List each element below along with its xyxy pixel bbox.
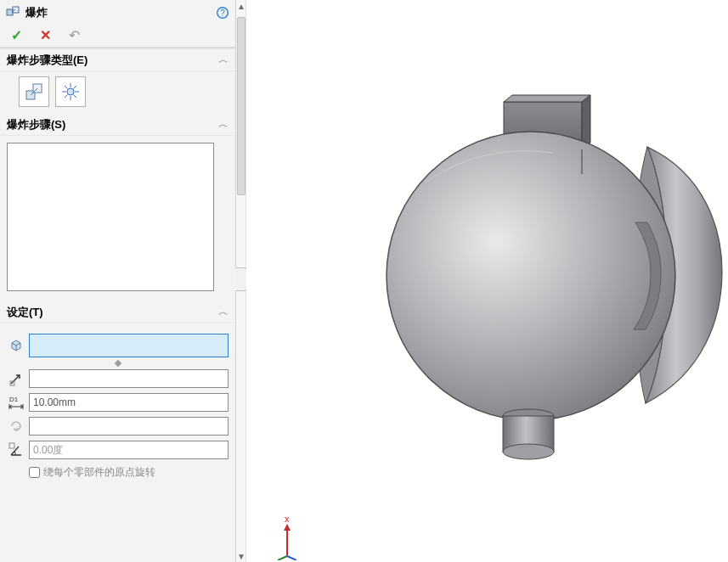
explode-type-radial-button[interactable] — [55, 76, 86, 107]
svg-text:?: ? — [220, 8, 225, 18]
panel-body: 爆炸步骤类型(E) ︿ — [0, 48, 235, 562]
setting-row-component — [7, 334, 229, 357]
svg-text:D1: D1 — [9, 396, 19, 403]
check-icon: ✓ — [11, 27, 22, 43]
setting-row-rotation-ref — [7, 417, 229, 436]
chevron-up-icon: ︿ — [218, 53, 229, 67]
chevron-up-icon: ︿ — [218, 117, 229, 132]
section-head-settings[interactable]: 设定(T) ︿ — [0, 301, 235, 323]
setting-row-distance: D1 — [7, 393, 229, 412]
graphics-viewport[interactable]: x — [246, 0, 728, 562]
svg-rect-0 — [7, 9, 13, 15]
svg-marker-19 — [504, 95, 590, 102]
explode-steps-list[interactable] — [7, 143, 214, 291]
setting-row-direction — [7, 369, 229, 388]
panel-title-row: 爆炸 ? — [0, 0, 235, 24]
section-head-steps[interactable]: 爆炸步骤(S) ︿ — [0, 114, 235, 136]
svg-line-14 — [65, 95, 68, 98]
rotation-ref-field[interactable] — [29, 417, 229, 436]
component-selection-field[interactable] — [29, 334, 229, 357]
explode-type-linear-button[interactable] — [19, 76, 49, 107]
svg-line-12 — [74, 95, 77, 98]
panel-scrollbar[interactable]: ▲ ▼ — [236, 0, 246, 562]
ok-button[interactable]: ✓ — [5, 26, 27, 45]
section-label: 爆炸步骤类型(E) — [7, 53, 218, 68]
svg-rect-17 — [9, 443, 14, 448]
app-root: 爆炸 ? ✓ ✕ ↶ 爆炸步骤类型(E) ︿ — [0, 0, 728, 562]
section-body-settings: D1 — [0, 323, 235, 489]
panel-title: 爆炸 — [25, 5, 215, 20]
panel-splitter-tab[interactable] — [235, 267, 247, 291]
help-icon[interactable]: ? — [215, 5, 230, 20]
angle-field[interactable] — [29, 441, 229, 459]
cancel-button[interactable]: ✕ — [34, 26, 56, 45]
undo-icon: ↶ — [69, 27, 80, 43]
svg-point-6 — [67, 88, 74, 95]
confirm-row: ✓ ✕ ↶ — [0, 24, 235, 48]
undo-button[interactable]: ↶ — [63, 26, 85, 45]
scroll-down-icon[interactable]: ▼ — [236, 550, 246, 562]
rotate-about-origin-input[interactable] — [29, 467, 40, 478]
section-head-step-type[interactable]: 爆炸步骤类型(E) ︿ — [0, 49, 235, 71]
section-label: 设定(T) — [7, 305, 218, 320]
explode-feature-icon — [5, 5, 20, 20]
property-panel: 爆炸 ? ✓ ✕ ↶ 爆炸步骤类型(E) ︿ — [0, 0, 236, 562]
svg-point-24 — [503, 444, 554, 459]
svg-line-11 — [65, 86, 68, 89]
rotate-about-origin-label: 绕每个零部件的原点旋转 — [43, 465, 155, 480]
svg-rect-1 — [13, 7, 19, 13]
x-icon: ✕ — [40, 27, 51, 43]
direction-field[interactable] — [29, 369, 229, 388]
chevron-up-icon: ︿ — [218, 305, 229, 319]
distance-field[interactable] — [29, 393, 229, 412]
rotate-about-origin-checkbox[interactable]: 绕每个零部件的原点旋转 — [25, 464, 229, 481]
model-render — [246, 0, 728, 562]
scroll-up-icon[interactable]: ▲ — [236, 0, 246, 12]
section-body-steps — [0, 136, 235, 301]
svg-point-21 — [387, 132, 675, 420]
direction-arrow-icon — [7, 369, 25, 388]
section-label: 爆炸步骤(S) — [7, 117, 218, 132]
drag-handle[interactable] — [7, 361, 229, 364]
distance-icon: D1 — [7, 393, 25, 412]
section-body-step-type — [0, 71, 235, 114]
setting-row-angle — [7, 441, 229, 459]
scroll-thumb[interactable] — [237, 17, 245, 195]
svg-line-13 — [74, 86, 77, 89]
component-icon — [7, 336, 25, 355]
angle-icon — [7, 441, 25, 459]
rotation-ref-icon — [7, 417, 25, 436]
